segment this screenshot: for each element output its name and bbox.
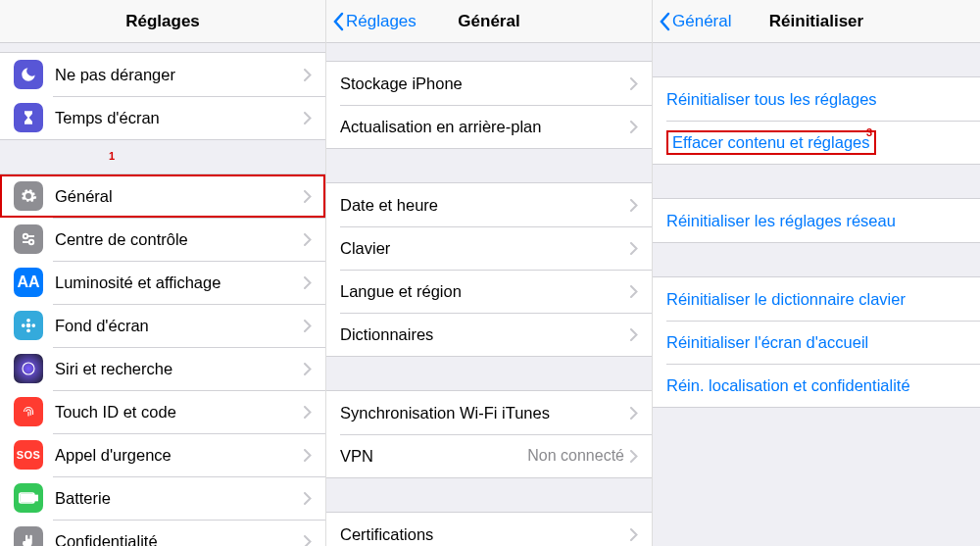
row-label: Dictionnaires [340,325,630,344]
navbar: Réglages [0,0,325,43]
row-label: Synchronisation Wi-Fi iTunes [340,404,630,422]
row-wifi-itunes-sync[interactable]: Synchronisation Wi-Fi iTunes [326,391,652,434]
row-keyboard[interactable]: Clavier [326,226,652,270]
text-size-icon: AA [14,268,43,297]
chevron-right-icon [304,406,312,419]
svg-point-0 [24,234,28,239]
annotation-3: 3 [866,126,872,138]
row-language-region[interactable]: Langue et région [326,270,652,313]
row-label: Actualisation en arrière-plan [340,118,630,136]
row-date-time[interactable]: Date et heure [326,183,652,226]
row-reset-all-settings[interactable]: Réinitialiser tous les réglages [653,77,980,121]
settings-group-general: Général Centre de contrôle AA Luminosité… [0,174,325,546]
row-emergency-sos[interactable]: SOS Appel d'urgence [0,433,325,476]
row-reset-network[interactable]: Réinitialiser les réglages réseau [653,199,980,242]
row-dictionaries[interactable]: Dictionnaires [326,313,652,356]
flower-icon [14,311,43,340]
row-label: Batterie [55,489,304,508]
chevron-right-icon [304,449,312,462]
svg-point-2 [29,240,34,245]
svg-point-6 [26,328,30,332]
settings-root-panel: Réglages Ne pas déranger Temps d'écran 1 [0,0,326,546]
general-group-sync: Synchronisation Wi-Fi iTunes VPN Non con… [326,390,652,478]
row-certifications[interactable]: Certifications [326,513,652,546]
row-label: Centre de contrôle [55,230,304,249]
reset-group-misc: Réinitialiser le dictionnaire clavier Ré… [653,276,980,408]
row-label: VPN [340,447,527,466]
row-battery[interactable]: Batterie [0,476,325,520]
row-value: Non connecté [527,447,624,465]
chevron-right-icon [630,242,638,255]
back-button[interactable]: Général [659,12,731,31]
navbar: Général Réinitialiser [653,0,980,43]
chevron-right-icon [304,233,312,246]
row-label: Clavier [340,239,630,258]
row-label: Réin. localisation et confidentialité [666,376,910,395]
row-vpn[interactable]: VPN Non connecté [326,434,652,477]
row-label: Certifications [340,525,630,544]
row-do-not-disturb[interactable]: Ne pas déranger [0,53,325,96]
reset-group-network: Réinitialiser les réglages réseau [653,198,980,243]
row-erase-all[interactable]: Effacer contenu et réglages 3 [653,121,980,164]
row-siri[interactable]: Siri et recherche [0,347,325,390]
chevron-right-icon [304,535,312,547]
row-label: Touch ID et code [55,403,304,422]
row-label: Effacer contenu et réglages [666,130,876,155]
row-label: Confidentialité [55,532,304,547]
row-control-center[interactable]: Centre de contrôle [0,218,325,261]
svg-point-9 [23,363,34,374]
row-display-brightness[interactable]: AA Luminosité et affichage [0,261,325,304]
general-group-cert: Certifications [326,512,652,546]
chevron-right-icon [630,528,638,541]
navbar-title: Réglages [0,12,325,31]
chevron-right-icon [304,276,312,289]
row-general[interactable]: Général [0,174,325,218]
row-label: Réinitialiser l'écran d'accueil [666,333,868,352]
row-label: Fond d'écran [55,317,304,335]
navbar: Réglages Général [326,0,652,43]
svg-rect-11 [35,496,38,501]
reset-panel: Général Réinitialiser Réinitialiser tous… [653,0,980,546]
general-group-storage: Stockage iPhone Actualisation en arrière… [326,61,652,149]
chevron-right-icon [630,450,638,463]
chevron-right-icon [304,320,312,332]
back-button[interactable]: Réglages [332,12,416,31]
row-screen-time[interactable]: Temps d'écran [0,96,325,139]
chevron-right-icon [630,328,638,341]
chevron-right-icon [304,69,312,81]
row-background-refresh[interactable]: Actualisation en arrière-plan [326,105,652,148]
back-label: Général [672,12,731,31]
row-label: Général [55,187,304,206]
sos-icon: SOS [14,440,43,470]
siri-icon [14,354,43,383]
hourglass-icon [14,103,43,132]
chevron-right-icon [630,199,638,212]
sliders-icon [14,224,43,254]
row-label: Réinitialiser tous les réglages [666,90,877,109]
chevron-right-icon [304,363,312,375]
row-wallpaper[interactable]: Fond d'écran [0,304,325,347]
general-group-datetime: Date et heure Clavier Langue et région D… [326,182,652,357]
row-label: Langue et région [340,282,630,301]
chevron-right-icon [304,112,312,124]
battery-icon [14,483,43,513]
back-label: Réglages [346,12,416,31]
row-label: Ne pas déranger [55,66,304,84]
fingerprint-icon [14,397,43,426]
row-privacy[interactable]: Confidentialité [0,520,325,546]
chevron-right-icon [630,77,638,90]
svg-rect-12 [22,495,33,502]
row-label: Date et heure [340,196,630,215]
row-reset-location-privacy[interactable]: Réin. localisation et confidentialité [653,364,980,407]
row-touchid[interactable]: Touch ID et code [0,390,325,433]
row-reset-home[interactable]: Réinitialiser l'écran d'accueil [653,321,980,364]
row-iphone-storage[interactable]: Stockage iPhone [326,62,652,105]
row-label: Siri et recherche [55,360,304,378]
row-label: Stockage iPhone [340,74,630,93]
general-panel: Réglages Général Stockage iPhone Actuali… [326,0,653,546]
row-reset-keyboard-dict[interactable]: Réinitialiser le dictionnaire clavier [653,277,980,321]
svg-point-5 [26,319,30,323]
chevron-left-icon [332,12,344,31]
chevron-right-icon [630,407,638,420]
row-label: Temps d'écran [55,109,304,127]
